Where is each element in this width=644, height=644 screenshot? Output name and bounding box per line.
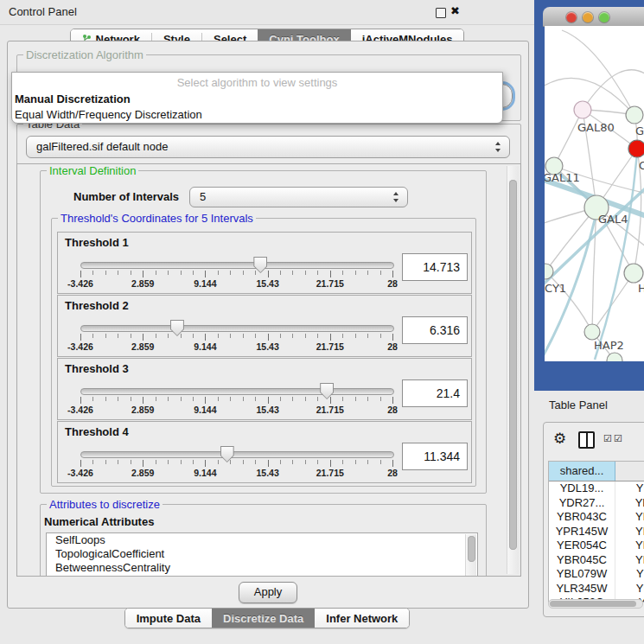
table-panel: ⚙ ☑ ☑ shared... na YDL19...YDL1YDR27...Y…	[543, 422, 644, 617]
threshold-value-field[interactable]: 14.713	[402, 253, 468, 281]
horizontal-scrollbar-thumb[interactable]	[550, 601, 636, 607]
table-row[interactable]: YDR27...YDR2	[549, 496, 644, 511]
vertical-scrollbar[interactable]	[507, 166, 519, 574]
network-node-red[interactable]	[628, 140, 644, 157]
slider-tick-label: 2.859	[131, 341, 154, 352]
cell-shared-name[interactable]: YLR345W	[549, 582, 615, 596]
node-table[interactable]: shared... na YDL19...YDL1YDR27...YDR2YBR…	[548, 461, 644, 603]
slider-major-tick	[80, 460, 81, 467]
attribute-item[interactable]: BetweennessCentrality	[47, 561, 477, 575]
checkbox-icon[interactable]: ☑	[603, 433, 612, 444]
close-traffic-light-icon[interactable]	[566, 12, 577, 22]
column-header-shared-name[interactable]: shared...	[549, 462, 615, 481]
threshold-value-field[interactable]: 11.344	[402, 443, 468, 470]
threshold-value-field[interactable]: 6.316	[402, 316, 468, 344]
spinner-arrows-icon	[495, 142, 501, 152]
numerical-attributes-list[interactable]: SelfLoopsTopologicalCoefficientBetweenne…	[46, 532, 478, 577]
cell-name[interactable]: YPR1	[615, 525, 644, 539]
algorithm-option[interactable]: Equal Width/Frequency Discretization	[12, 107, 502, 123]
table-panel-toolbar: ⚙ ☑ ☑	[544, 428, 644, 454]
network-edge[interactable]	[554, 110, 583, 166]
slider-major-tick	[330, 271, 331, 277]
cell-shared-name[interactable]: YBR045C	[549, 553, 615, 568]
slider-major-tick	[268, 397, 269, 404]
attribute-item[interactable]: SelfLoops	[47, 533, 477, 547]
vertical-scrollbar-thumb[interactable]	[509, 180, 517, 550]
number-of-intervals-combobox[interactable]: 5	[189, 187, 408, 207]
close-icon[interactable]: ✖	[450, 4, 460, 17]
table-rows: YDL19...YDL1YDR27...YDR2YBR043CYBR0YPR14…	[549, 481, 644, 603]
cell-shared-name[interactable]: YPR145W	[549, 525, 615, 539]
split-columns-icon[interactable]	[578, 431, 595, 449]
panel-title: Control Panel	[9, 5, 77, 18]
slider-tick-label: 15.43	[256, 278, 278, 289]
slider-tick-label: 15.43	[256, 405, 278, 415]
tab-discretize-data[interactable]: Discretize Data	[212, 609, 315, 628]
minimize-traffic-light-icon[interactable]	[583, 12, 593, 22]
node-label: GAL11	[545, 171, 580, 184]
float-window-icon[interactable]	[436, 8, 446, 18]
network-canvas[interactable]: GAL80GACGAL11GAL4GCY1HHAP2	[545, 26, 644, 361]
spinner-arrows-icon	[393, 192, 399, 202]
slider-tick-label: 2.859	[131, 468, 154, 478]
threshold-row: Threshold 1 14.713 -3.4262.8599.14415.43…	[57, 232, 472, 294]
tab-impute-data[interactable]: Impute Data	[125, 609, 212, 628]
horizontal-scrollbar[interactable]	[548, 599, 643, 609]
table-data-combobox[interactable]: galFiltered.sif default node	[26, 136, 510, 158]
cell-name[interactable]: YDR2	[615, 496, 644, 511]
attributes-group: Attributes to discretize Numerical Attri…	[40, 504, 487, 577]
tab-label: Infer Network	[326, 612, 398, 625]
threshold-slider-track[interactable]	[80, 262, 394, 269]
network-edge-highlighted[interactable]	[595, 154, 637, 360]
cell-shared-name[interactable]: YDL19...	[549, 481, 615, 496]
cell-name[interactable]: YBL0	[615, 567, 644, 582]
threshold-slider-track[interactable]	[80, 451, 394, 458]
slider-tick-label: -3.426	[67, 468, 93, 478]
table-row[interactable]: YPR145WYPR1	[549, 525, 644, 539]
slider-major-tick	[80, 397, 81, 404]
table-row[interactable]: YER054CYER0	[549, 539, 644, 553]
table-row[interactable]: YBL079WYBL0	[549, 567, 644, 582]
slider-major-tick	[143, 334, 143, 341]
cell-shared-name[interactable]: YER054C	[549, 539, 615, 553]
network-edge[interactable]	[592, 273, 634, 332]
column-header-name[interactable]: na	[615, 462, 644, 481]
algorithm-option[interactable]: Manual Discretization	[12, 92, 502, 107]
cell-name[interactable]: YLR3	[615, 582, 644, 596]
network-node-green[interactable]	[624, 264, 643, 283]
table-row[interactable]: YDL19...YDL1	[549, 481, 644, 496]
checkbox-icon[interactable]: ☑	[614, 433, 622, 444]
table-row[interactable]: YBR043CYBR0	[549, 510, 644, 525]
network-edge[interactable]	[562, 30, 634, 115]
threshold-value-field[interactable]: 21.4	[402, 379, 468, 407]
network-edge[interactable]	[583, 70, 644, 110]
cell-shared-name[interactable]: YBR043C	[549, 510, 615, 525]
tab-infer-network[interactable]: Infer Network	[315, 609, 409, 628]
threshold-slider-track[interactable]	[80, 325, 394, 332]
cell-shared-name[interactable]: YDR27...	[549, 496, 615, 511]
cell-name[interactable]: YBR0	[615, 510, 644, 525]
gear-icon[interactable]: ⚙	[553, 430, 566, 448]
list-scrollbar-thumb[interactable]	[468, 536, 475, 562]
slider-major-tick	[268, 271, 269, 277]
node-label: HAP2	[594, 339, 624, 352]
tab-label: Impute Data	[137, 612, 201, 625]
network-node-green[interactable]	[584, 324, 600, 340]
network-window-titlebar[interactable]	[543, 7, 644, 27]
cell-shared-name[interactable]: YBL079W	[549, 567, 615, 582]
zoom-traffic-light-icon[interactable]	[599, 12, 609, 22]
cell-name[interactable]: YDL1	[615, 481, 644, 496]
attribute-item[interactable]: TopologicalCoefficient	[47, 547, 477, 561]
apply-button[interactable]: Apply	[239, 582, 297, 603]
table-data-value: galFiltered.sif default node	[36, 137, 168, 157]
table-row[interactable]: YBR045CYBR0	[549, 553, 644, 568]
table-row[interactable]: YLR345WYLR3	[549, 582, 644, 596]
network-node-pink[interactable]	[574, 101, 591, 118]
slider-major-tick	[143, 460, 143, 467]
node-label: H	[638, 282, 644, 295]
cell-name[interactable]: YER0	[615, 539, 644, 553]
cell-name[interactable]: YBR0	[615, 553, 644, 568]
network-node-green[interactable]	[626, 106, 643, 124]
threshold-slider-track[interactable]	[80, 388, 394, 395]
list-scrollbar[interactable]	[465, 534, 476, 576]
